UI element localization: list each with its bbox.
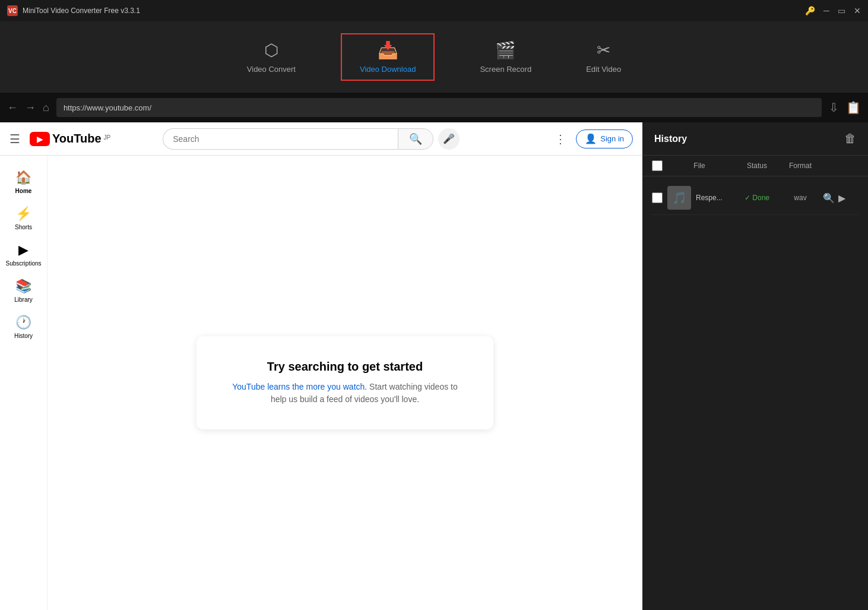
search-area: 🔍 🎤 (163, 128, 460, 150)
youtube-logo[interactable]: ▶ YouTube JP (30, 132, 110, 146)
youtube-panel: ☰ ▶ YouTube JP 🔍 🎤 ⋮ 👤 Sign in (0, 122, 642, 610)
history-title: History (654, 134, 687, 144)
status-badge: ✓ Done (736, 194, 778, 202)
video-convert-icon: ⬡ (264, 40, 278, 60)
sidebar-subscriptions-label: Subscriptions (5, 260, 41, 267)
play-button[interactable]: ▶ (838, 192, 845, 204)
sidebar-item-subscriptions[interactable]: ▶ Subscriptions (0, 238, 47, 271)
address-bar: ← → ⌂ ⇩ 📋 (0, 93, 868, 122)
promo-text-line1: YouTube learns the more you watch. (232, 382, 367, 391)
sidebar-item-library[interactable]: 📚 Library (0, 274, 47, 308)
title-bar: VC MiniTool Video Converter Free v3.3.1 … (0, 0, 868, 21)
menu-icon[interactable]: ☰ (9, 132, 20, 146)
search-promo-card: Try searching to get started YouTube lea… (197, 336, 493, 429)
youtube-header: ☰ ▶ YouTube JP 🔍 🎤 ⋮ 👤 Sign in (0, 122, 642, 156)
sidebar-item-shorts[interactable]: ⚡ Shorts (0, 201, 47, 235)
download-button[interactable]: ⇩ (829, 100, 839, 115)
col-file-label: File (667, 162, 731, 170)
youtube-content: Try searching to get started YouTube lea… (47, 156, 642, 610)
tab-edit-video-label: Edit Video (586, 65, 621, 74)
home-icon: 🏠 (15, 170, 31, 185)
app-logo: VC (7, 5, 18, 16)
search-input[interactable] (163, 128, 398, 150)
screen-record-icon: 🎬 (495, 40, 516, 60)
video-download-icon: 📥 (378, 40, 398, 60)
key-icon[interactable]: 🔑 (805, 6, 815, 15)
sidebar-item-history[interactable]: 🕐 History (0, 310, 47, 344)
col-format-label: Format (783, 162, 818, 170)
open-folder-button[interactable]: 🔍 (823, 192, 835, 204)
history-icon: 🕐 (15, 315, 31, 330)
minimize-button[interactable]: ─ (823, 6, 829, 15)
history-table-header: File Status Format (642, 156, 868, 176)
youtube-sidebar: 🏠 Home ⚡ Shorts ▶ Subscriptions 📚 Librar… (0, 156, 47, 610)
tab-screen-record[interactable]: 🎬 Screen Record (470, 36, 541, 78)
table-row: 🎵 Respe... ✓ Done wav 🔍 ▶ (652, 181, 859, 215)
subscriptions-icon: ▶ (18, 242, 28, 258)
sidebar-home-label: Home (15, 188, 32, 194)
col-status-label: Status (736, 162, 778, 170)
restore-button[interactable]: ▭ (838, 6, 845, 15)
forward-button[interactable]: → (25, 102, 36, 114)
library-icon: 📚 (15, 279, 31, 294)
history-panel: History 🗑 File Status Format 🎵 Respe... … (642, 122, 868, 610)
tab-edit-video[interactable]: ✂ Edit Video (576, 36, 631, 78)
tab-video-download[interactable]: 📥 Video Download (341, 33, 435, 81)
history-rows: 🎵 Respe... ✓ Done wav 🔍 ▶ (642, 176, 868, 220)
sidebar-item-home[interactable]: 🏠 Home (0, 165, 47, 199)
app-title: MiniTool Video Converter Free v3.3.1 (23, 7, 140, 15)
sidebar-shorts-label: Shorts (15, 224, 32, 230)
signin-label: Sign in (600, 134, 624, 143)
title-bar-left: VC MiniTool Video Converter Free v3.3.1 (7, 5, 140, 16)
row-actions: 🔍 ▶ (823, 192, 859, 204)
youtube-body: 🏠 Home ⚡ Shorts ▶ Subscriptions 📚 Librar… (0, 156, 642, 610)
search-button[interactable]: 🔍 (398, 128, 433, 150)
youtube-logo-icon: ▶ (30, 132, 50, 146)
delete-all-button[interactable]: 🗑 (844, 132, 856, 146)
row-checkbox[interactable] (652, 192, 663, 203)
home-button[interactable]: ⌂ (43, 102, 49, 114)
nav-tabs: ⬡ Video Convert 📥 Video Download 🎬 Scree… (0, 21, 868, 93)
youtube-logo-suffix: JP (104, 134, 111, 141)
more-options-button[interactable]: ⋮ (555, 132, 566, 146)
tab-video-download-label: Video Download (360, 65, 416, 74)
close-button[interactable]: ✕ (854, 6, 861, 15)
edit-video-icon: ✂ (597, 40, 610, 60)
promo-title: Try searching to get started (232, 360, 458, 374)
sidebar-history-label: History (14, 333, 33, 339)
tab-video-convert[interactable]: ⬡ Video Convert (237, 36, 305, 78)
tab-screen-record-label: Screen Record (480, 65, 531, 74)
signin-button[interactable]: 👤 Sign in (576, 129, 633, 148)
format-label: wav (783, 194, 818, 202)
history-header: History 🗑 (642, 122, 868, 156)
select-all-checkbox[interactable] (652, 160, 663, 171)
window-controls: 🔑 ─ ▭ ✕ (805, 6, 861, 15)
thumbnail: 🎵 (667, 186, 691, 210)
person-icon: 👤 (585, 133, 597, 144)
youtube-logo-text: YouTube (52, 132, 102, 146)
promo-text: YouTube learns the more you watch. Start… (232, 381, 458, 406)
tab-video-convert-label: Video Convert (247, 65, 296, 74)
back-button[interactable]: ← (7, 102, 18, 114)
main-area: ☰ ▶ YouTube JP 🔍 🎤 ⋮ 👤 Sign in (0, 122, 868, 610)
sidebar-library-label: Library (14, 296, 33, 303)
clipboard-button[interactable]: 📋 (846, 100, 861, 115)
shorts-icon: ⚡ (15, 206, 31, 222)
url-input[interactable] (56, 98, 822, 117)
file-name: Respe... (696, 194, 731, 202)
mic-button[interactable]: 🎤 (438, 128, 460, 150)
